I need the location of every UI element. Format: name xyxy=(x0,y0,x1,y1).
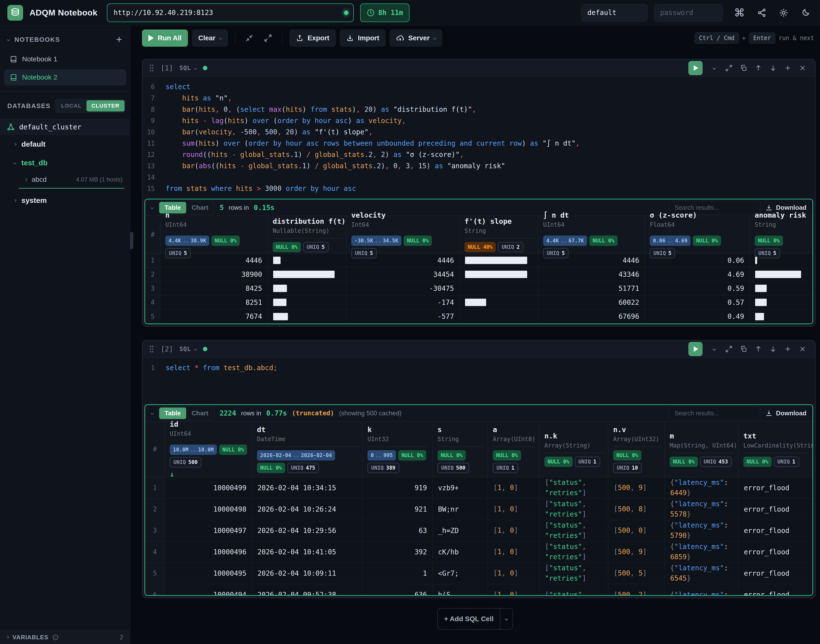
tab-chart[interactable]: Chart xyxy=(186,408,214,419)
scope-cluster[interactable]: CLUSTER xyxy=(86,100,124,112)
column-header[interactable]: idUInt6410.0M..10.0MNULL 0%UNIQ500↓ xyxy=(165,422,252,477)
table-row[interactable]: 1100004992026-02-04 10:34:15919vzb9+[1, … xyxy=(145,477,812,498)
table-row[interactable]: 4100004962026-02-04 10:41:05392cK/hb[1, … xyxy=(145,541,812,563)
sidebar-item-notebook-2[interactable]: Notebook 2 xyxy=(4,69,126,86)
row-index: 5 xyxy=(145,310,160,324)
line-number: 12 xyxy=(147,149,155,160)
column-header[interactable]: anomaly riskStringNULL 0%UNIQ5 xyxy=(750,216,812,253)
result-panel: Table Chart 2224 rows in 0.77s (truncate… xyxy=(144,404,813,596)
server-url-input[interactable] xyxy=(107,3,354,22)
collapse-results-chevron[interactable] xyxy=(150,412,154,415)
download-button[interactable]: Download xyxy=(765,409,806,417)
scope-local[interactable]: LOCAL xyxy=(56,100,86,112)
variables-footer[interactable]: VARIABLES 2 xyxy=(0,630,130,644)
table-row[interactable]: 6100004942026-02-04 09:52:38636h(S[1, 0]… xyxy=(145,584,812,595)
password-input[interactable] xyxy=(654,4,723,21)
share-icon[interactable] xyxy=(757,8,766,17)
column-header[interactable]: n.vArray(UInt32)NULL 0%UNIQ10 xyxy=(608,422,665,477)
server-button[interactable]: Server xyxy=(389,29,442,47)
table-cell: [500, 2] xyxy=(608,584,665,595)
sidebar-item-db-test-db[interactable]: test_db xyxy=(0,153,130,172)
add-cell-type-chevron[interactable] xyxy=(500,609,512,629)
add-notebook-button[interactable]: + xyxy=(116,34,123,45)
download-button[interactable]: Download xyxy=(765,204,806,212)
sql-editor[interactable]: 6789101112131415 select hits as "n", bar… xyxy=(143,77,815,199)
add-sql-cell-button[interactable]: + Add SQL Cell xyxy=(437,608,513,630)
table-row[interactable]: 14446444644460.06 xyxy=(145,253,812,267)
sidebar-item-db-system[interactable]: system xyxy=(0,191,130,210)
drag-handle-icon[interactable] xyxy=(149,345,154,353)
dark-mode-moon-icon[interactable] xyxy=(801,8,810,17)
run-cell-button[interactable] xyxy=(688,61,703,75)
export-button[interactable]: Export xyxy=(290,29,336,47)
stat-badge: NULL 0% xyxy=(257,463,285,473)
column-header[interactable]: ∫ n dtUInt644.4K..67.7KNULL 0%UNIQ5 xyxy=(538,216,645,253)
column-header[interactable]: velocityInt64-30.5K..34.5KNULL 0%UNIQ5 xyxy=(346,216,460,253)
cell-menu-chevron[interactable] xyxy=(708,62,720,74)
cell-language-select[interactable]: SQL xyxy=(179,346,196,353)
column-header[interactable]: distribution f(t)Nullable(String)NULL 0%… xyxy=(268,216,346,253)
value-bar xyxy=(465,271,527,278)
stat-badge: -30.5K..34.5K xyxy=(351,236,402,246)
move-cell-down-button[interactable] xyxy=(767,343,779,355)
username-input[interactable] xyxy=(581,4,648,21)
sidebar-item-db-default[interactable]: default xyxy=(0,135,130,153)
close-cell-button[interactable] xyxy=(796,62,809,74)
run-all-button[interactable]: Run All xyxy=(142,29,188,47)
code-line: bar(abs((hits - global_stats.1) / global… xyxy=(166,160,815,172)
copy-cell-button[interactable] xyxy=(737,343,750,355)
play-icon xyxy=(149,35,154,41)
table-row[interactable]: 57674-577676960.49 xyxy=(145,310,812,324)
expand-all-button[interactable] xyxy=(261,31,275,46)
table-row[interactable]: 2100004982026-02-04 10:26:24921BW;nr[1, … xyxy=(145,498,812,520)
table-row[interactable]: 3100004972026-02-04 10:29:5663_h=ZD[1, 0… xyxy=(145,520,812,541)
import-button[interactable]: Import xyxy=(340,29,386,47)
tab-table[interactable]: Table xyxy=(159,408,186,419)
copy-cell-button[interactable] xyxy=(737,62,750,74)
column-header[interactable]: txtLowCardinality(String)NULL 0%UNIQ1 xyxy=(739,422,812,477)
chevron-down-icon[interactable] xyxy=(7,38,10,41)
move-cell-up-button[interactable] xyxy=(752,62,765,74)
collapse-results-chevron[interactable] xyxy=(150,206,154,209)
table-row[interactable]: 23890034454433464.69 xyxy=(145,267,812,282)
column-header[interactable]: f'(t) slopeStringNULL 40%UNIQ2 xyxy=(460,216,538,253)
sidebar-item-notebook-1[interactable]: Notebook 1 xyxy=(4,51,126,67)
move-cell-down-button[interactable] xyxy=(767,62,779,74)
line-number: 1 xyxy=(151,362,155,374)
command-palette-icon[interactable]: ⌘ xyxy=(734,6,745,19)
column-header[interactable]: n.kArray(String)NULL 0%UNIQ1 xyxy=(540,422,608,477)
sql-editor[interactable]: 1 select * from test_db.abcd; xyxy=(143,357,815,404)
cell-menu-chevron[interactable] xyxy=(708,343,720,355)
add-cell-below-button[interactable] xyxy=(782,343,794,355)
table-row[interactable]: 5100004952026-02-04 10:09:111<Gr7;[1, 0]… xyxy=(145,563,812,584)
expand-cell-button[interactable] xyxy=(723,62,735,74)
panel-drag-handle[interactable] xyxy=(130,232,133,249)
line-number: 11 xyxy=(147,138,155,149)
move-cell-up-button[interactable] xyxy=(752,343,765,355)
cell-language-select[interactable]: SQL xyxy=(179,64,196,72)
sidebar-item-table-abcd[interactable]: abcd 4.07 MB (1 hosts) xyxy=(0,172,130,187)
run-cell-button[interactable] xyxy=(688,342,703,356)
search-results-input[interactable] xyxy=(670,406,760,420)
column-header[interactable]: kUInt320..995NULL 0%UNIQ389 xyxy=(363,422,432,477)
column-header[interactable]: aArray(UInt8)NULL 0%UNIQ1 xyxy=(488,422,540,477)
column-header[interactable]: dtDateTime2026-02-04..2026-02-04NULL 0%U… xyxy=(252,422,363,477)
column-header[interactable]: σ (z-score)Float640.06..4.69NULL 0%UNIQ5 xyxy=(645,216,750,253)
expand-cell-button[interactable] xyxy=(723,343,735,355)
column-header[interactable]: nUInt644.4K..38.9KNULL 0%UNIQ5 xyxy=(160,216,268,253)
settings-gear-icon[interactable] xyxy=(779,8,789,18)
drag-handle-icon[interactable] xyxy=(149,64,154,72)
cluster-row[interactable]: default_cluster xyxy=(0,119,130,135)
table-cell: [500, 0] xyxy=(608,520,665,541)
column-header[interactable]: sStringNULL 0%UNIQ500 xyxy=(432,422,488,477)
close-cell-button[interactable] xyxy=(796,343,809,355)
add-cell-below-button[interactable] xyxy=(782,62,794,74)
table-cell: [1, 0] xyxy=(488,477,540,498)
stat-badge: NULL 40% xyxy=(464,242,496,252)
collapse-all-button[interactable] xyxy=(242,31,257,46)
column-header[interactable]: mMap(String, UInt64)NULL 0%UNIQ453 xyxy=(665,422,739,477)
clear-button[interactable]: Clear xyxy=(192,29,228,47)
table-row[interactable]: 48251-174600220.57 xyxy=(145,296,812,310)
table-cell: 2026-02-04 10:41:05 xyxy=(252,541,363,563)
table-row[interactable]: 38425-30475517710.59 xyxy=(145,282,812,296)
